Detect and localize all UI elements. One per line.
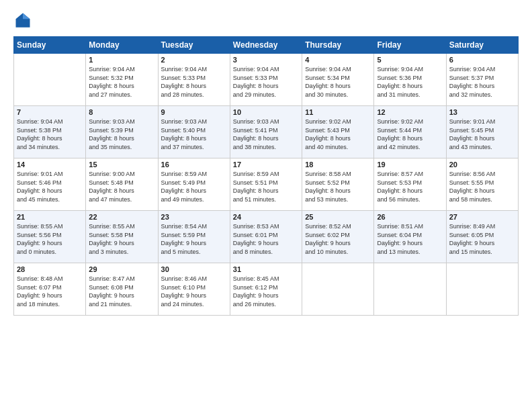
day-info: Sunrise: 9:03 AM Sunset: 5:39 PM Dayligh…: [89, 118, 154, 151]
day-info: Sunrise: 8:52 AM Sunset: 6:02 PM Dayligh…: [305, 222, 371, 256]
header-row: SundayMondayTuesdayWednesdayThursdayFrid…: [14, 37, 519, 54]
day-info: Sunrise: 8:58 AM Sunset: 5:52 PM Dayligh…: [305, 170, 371, 203]
calendar-cell: [374, 263, 446, 316]
calendar-cell: [302, 263, 374, 316]
day-number: 4: [305, 56, 371, 64]
day-info: Sunrise: 8:57 AM Sunset: 5:53 PM Dayligh…: [377, 170, 443, 203]
calendar-cell: 21Sunrise: 8:55 AM Sunset: 5:56 PM Dayli…: [14, 211, 86, 263]
day-info: Sunrise: 8:55 AM Sunset: 5:58 PM Dayligh…: [89, 222, 154, 256]
day-info: Sunrise: 9:04 AM Sunset: 5:38 PM Dayligh…: [17, 118, 83, 151]
day-info: Sunrise: 9:04 AM Sunset: 5:36 PM Dayligh…: [377, 65, 443, 99]
calendar-cell: 12Sunrise: 9:02 AM Sunset: 5:44 PM Dayli…: [374, 106, 446, 158]
day-number: 12: [377, 108, 443, 116]
calendar-week-row: 14Sunrise: 9:01 AM Sunset: 5:46 PM Dayli…: [14, 158, 519, 211]
day-number: 21: [17, 213, 83, 221]
day-info: Sunrise: 8:56 AM Sunset: 5:55 PM Dayligh…: [449, 170, 515, 203]
calendar-cell: 29Sunrise: 8:47 AM Sunset: 6:08 PM Dayli…: [86, 263, 158, 316]
day-number: 3: [233, 56, 299, 64]
calendar-cell: 20Sunrise: 8:56 AM Sunset: 5:55 PM Dayli…: [446, 158, 518, 211]
day-number: 25: [305, 213, 371, 221]
day-number: 26: [377, 213, 443, 221]
calendar-cell: 4Sunrise: 9:04 AM Sunset: 5:34 PM Daylig…: [302, 54, 374, 106]
weekday-header: Monday: [86, 37, 158, 54]
day-info: Sunrise: 9:01 AM Sunset: 5:46 PM Dayligh…: [17, 170, 83, 203]
day-number: 1: [89, 56, 154, 64]
day-number: 9: [161, 108, 227, 116]
calendar-cell: 14Sunrise: 9:01 AM Sunset: 5:46 PM Dayli…: [14, 158, 86, 211]
calendar-cell: 27Sunrise: 8:49 AM Sunset: 6:05 PM Dayli…: [446, 211, 518, 263]
day-info: Sunrise: 9:04 AM Sunset: 5:34 PM Dayligh…: [305, 65, 371, 99]
calendar-week-row: 21Sunrise: 8:55 AM Sunset: 5:56 PM Dayli…: [14, 211, 519, 263]
day-number: 18: [305, 161, 371, 169]
calendar-cell: 1Sunrise: 9:04 AM Sunset: 5:32 PM Daylig…: [86, 54, 158, 106]
day-number: 27: [449, 213, 515, 221]
day-number: 16: [161, 161, 227, 169]
day-info: Sunrise: 9:03 AM Sunset: 5:41 PM Dayligh…: [233, 118, 299, 151]
day-number: 10: [233, 108, 299, 116]
calendar-cell: 16Sunrise: 8:59 AM Sunset: 5:49 PM Dayli…: [158, 158, 230, 211]
day-info: Sunrise: 8:51 AM Sunset: 6:04 PM Dayligh…: [377, 222, 443, 256]
day-info: Sunrise: 9:02 AM Sunset: 5:43 PM Dayligh…: [305, 118, 371, 151]
day-number: 20: [449, 161, 515, 169]
day-number: 13: [449, 108, 515, 116]
calendar-cell: 8Sunrise: 9:03 AM Sunset: 5:39 PM Daylig…: [86, 106, 158, 158]
day-info: Sunrise: 8:59 AM Sunset: 5:49 PM Dayligh…: [161, 170, 227, 203]
day-number: 2: [161, 56, 227, 64]
calendar-table: SundayMondayTuesdayWednesdayThursdayFrid…: [13, 36, 519, 316]
day-number: 5: [377, 56, 443, 64]
calendar-cell: 26Sunrise: 8:51 AM Sunset: 6:04 PM Dayli…: [374, 211, 446, 263]
weekday-header: Tuesday: [158, 37, 230, 54]
day-info: Sunrise: 9:04 AM Sunset: 5:32 PM Dayligh…: [89, 65, 154, 99]
calendar-cell: 24Sunrise: 8:53 AM Sunset: 6:01 PM Dayli…: [230, 211, 302, 263]
day-info: Sunrise: 8:54 AM Sunset: 5:59 PM Dayligh…: [161, 222, 227, 256]
page: SundayMondayTuesdayWednesdayThursdayFrid…: [0, 0, 532, 411]
calendar-cell: 11Sunrise: 9:02 AM Sunset: 5:43 PM Dayli…: [302, 106, 374, 158]
day-number: 29: [89, 265, 154, 273]
calendar-cell: 22Sunrise: 8:55 AM Sunset: 5:58 PM Dayli…: [86, 211, 158, 263]
day-number: 8: [89, 108, 154, 116]
calendar-cell: 15Sunrise: 9:00 AM Sunset: 5:48 PM Dayli…: [86, 158, 158, 211]
day-info: Sunrise: 9:04 AM Sunset: 5:33 PM Dayligh…: [233, 65, 299, 99]
calendar-cell: 31Sunrise: 8:45 AM Sunset: 6:12 PM Dayli…: [230, 263, 302, 316]
weekday-header: Wednesday: [230, 37, 302, 54]
day-info: Sunrise: 9:04 AM Sunset: 5:37 PM Dayligh…: [449, 65, 515, 99]
logo: [13, 11, 35, 30]
day-info: Sunrise: 8:47 AM Sunset: 6:08 PM Dayligh…: [89, 275, 154, 308]
day-number: 24: [233, 213, 299, 221]
day-number: 14: [17, 161, 83, 169]
day-number: 19: [377, 161, 443, 169]
calendar-cell: 25Sunrise: 8:52 AM Sunset: 6:02 PM Dayli…: [302, 211, 374, 263]
calendar-cell: 3Sunrise: 9:04 AM Sunset: 5:33 PM Daylig…: [230, 54, 302, 106]
day-number: 31: [233, 265, 299, 273]
header: [13, 11, 519, 30]
day-info: Sunrise: 9:03 AM Sunset: 5:40 PM Dayligh…: [161, 118, 227, 151]
weekday-header: Thursday: [302, 37, 374, 54]
calendar-week-row: 7Sunrise: 9:04 AM Sunset: 5:38 PM Daylig…: [14, 106, 519, 158]
day-info: Sunrise: 8:48 AM Sunset: 6:07 PM Dayligh…: [17, 275, 83, 308]
day-info: Sunrise: 9:02 AM Sunset: 5:44 PM Dayligh…: [377, 118, 443, 151]
day-info: Sunrise: 8:46 AM Sunset: 6:10 PM Dayligh…: [161, 275, 227, 308]
day-number: 7: [17, 108, 83, 116]
day-info: Sunrise: 8:45 AM Sunset: 6:12 PM Dayligh…: [233, 275, 299, 308]
calendar-cell: 2Sunrise: 9:04 AM Sunset: 5:33 PM Daylig…: [158, 54, 230, 106]
day-info: Sunrise: 9:04 AM Sunset: 5:33 PM Dayligh…: [161, 65, 227, 99]
calendar-week-row: 1Sunrise: 9:04 AM Sunset: 5:32 PM Daylig…: [14, 54, 519, 106]
logo-icon: [13, 11, 32, 30]
calendar-cell: 23Sunrise: 8:54 AM Sunset: 5:59 PM Dayli…: [158, 211, 230, 263]
day-number: 15: [89, 161, 154, 169]
svg-marker-1: [23, 13, 30, 19]
calendar-cell: 30Sunrise: 8:46 AM Sunset: 6:10 PM Dayli…: [158, 263, 230, 316]
day-info: Sunrise: 8:49 AM Sunset: 6:05 PM Dayligh…: [449, 222, 515, 256]
day-number: 6: [449, 56, 515, 64]
calendar-cell: 10Sunrise: 9:03 AM Sunset: 5:41 PM Dayli…: [230, 106, 302, 158]
calendar-cell: 6Sunrise: 9:04 AM Sunset: 5:37 PM Daylig…: [446, 54, 518, 106]
weekday-header: Saturday: [446, 37, 518, 54]
day-info: Sunrise: 9:00 AM Sunset: 5:48 PM Dayligh…: [89, 170, 154, 203]
calendar-cell: 17Sunrise: 8:59 AM Sunset: 5:51 PM Dayli…: [230, 158, 302, 211]
calendar-cell: [446, 263, 518, 316]
day-number: 11: [305, 108, 371, 116]
calendar-cell: 9Sunrise: 9:03 AM Sunset: 5:40 PM Daylig…: [158, 106, 230, 158]
day-number: 22: [89, 213, 154, 221]
calendar-cell: 28Sunrise: 8:48 AM Sunset: 6:07 PM Dayli…: [14, 263, 86, 316]
day-number: 28: [17, 265, 83, 273]
